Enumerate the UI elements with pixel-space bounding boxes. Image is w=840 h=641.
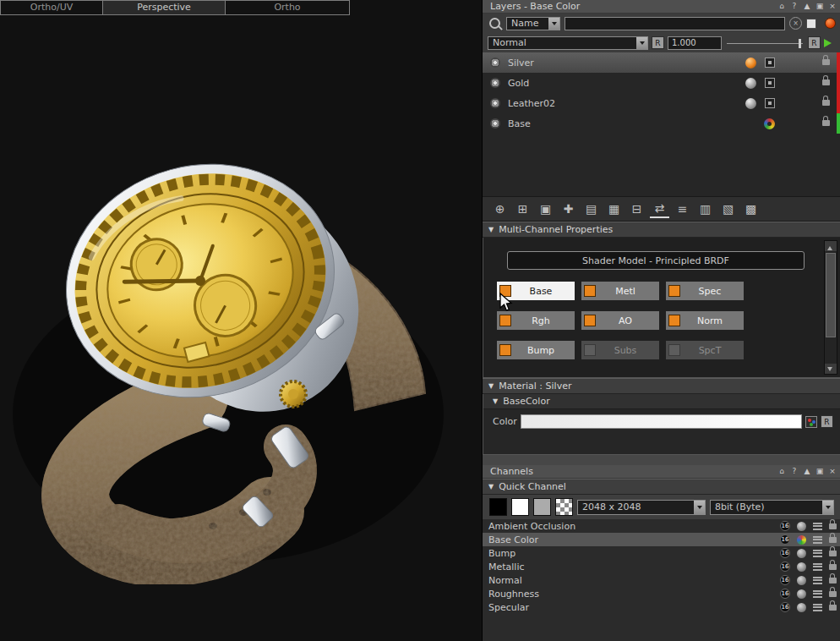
palette-icon[interactable]	[764, 118, 775, 129]
channel-row-roughness[interactable]: Roughness 16	[483, 587, 840, 600]
paint-icon[interactable]	[797, 589, 806, 599]
swatch-transparent[interactable]	[555, 498, 573, 516]
channel-button-norm[interactable]: Norm	[666, 311, 744, 330]
slider-thumb[interactable]	[799, 39, 801, 48]
channel-row-bump[interactable]: Bump 16	[483, 546, 840, 560]
opacity-reset-button[interactable]: R	[808, 36, 821, 49]
lock-icon[interactable]	[822, 120, 830, 126]
swatch-gray[interactable]	[533, 498, 551, 516]
channel-button-ao[interactable]: AO	[581, 311, 659, 330]
add-pass-icon[interactable]: ⊟	[627, 200, 646, 218]
lock-icon[interactable]	[829, 551, 837, 556]
visibility-eye-icon[interactable]	[490, 58, 500, 68]
multichannel-section-header[interactable]: ▼ Multi-Channel Properties	[483, 222, 840, 238]
bake-layer-icon[interactable]: ▦	[604, 200, 624, 218]
grid-view-icon[interactable]: ▩	[741, 200, 761, 218]
lock-icon[interactable]	[829, 523, 837, 529]
color-reset-button[interactable]: R	[821, 415, 833, 428]
scrollbar-vertical[interactable]	[824, 240, 837, 375]
tab-perspective[interactable]: Perspective	[102, 0, 226, 15]
add-layer-icon[interactable]: ⊕	[490, 200, 510, 218]
layer-row-leather02[interactable]: Leather02	[483, 93, 840, 113]
lock-icon[interactable]	[829, 591, 837, 597]
add-layer-folder-icon[interactable]: ⊞	[513, 200, 532, 218]
help-icon[interactable]: ?	[790, 2, 799, 11]
lock-icon[interactable]	[822, 79, 830, 85]
paint-icon[interactable]	[797, 576, 806, 585]
visibility-eye-icon[interactable]	[490, 78, 500, 88]
channel-row-specular[interactable]: Specular 16	[483, 600, 840, 614]
section-collapse-icon[interactable]: ▼	[493, 397, 498, 405]
visibility-eye-icon[interactable]	[490, 98, 500, 108]
swatch-white[interactable]	[511, 498, 529, 516]
layer-options-button[interactable]	[765, 78, 775, 88]
paint-icon[interactable]	[797, 603, 806, 612]
paint-icon[interactable]	[797, 522, 806, 531]
detail-view-icon[interactable]: ▥	[695, 200, 715, 218]
duplicate-layer-icon[interactable]: ▣	[536, 200, 555, 218]
export-layers-icon[interactable]: ▧	[718, 200, 738, 218]
menu-icon[interactable]	[813, 550, 822, 557]
swatch-black[interactable]	[489, 498, 507, 516]
record-button[interactable]	[825, 18, 836, 29]
scroll-down-icon[interactable]	[825, 364, 837, 374]
menu-icon[interactable]	[813, 604, 822, 611]
menu-icon[interactable]	[813, 590, 822, 598]
dock-icon[interactable]: ⌂	[777, 467, 786, 476]
lock-icon[interactable]	[822, 100, 830, 106]
channel-button-subs[interactable]: Subs	[581, 341, 659, 359]
swap-layers-icon[interactable]: ⇄	[650, 200, 669, 218]
basecolor-subheader[interactable]: ▼ BaseColor	[483, 394, 840, 409]
material-sphere-icon[interactable]	[745, 58, 756, 68]
scroll-up-icon[interactable]	[825, 241, 837, 251]
help-icon[interactable]: ?	[790, 467, 799, 476]
resolution-combo[interactable]: 2048 x 2048	[577, 500, 706, 515]
watch-model[interactable]	[0, 0, 482, 641]
channel-button-spct[interactable]: SpcT	[666, 341, 744, 359]
menu-icon[interactable]	[813, 577, 822, 584]
visibility-eye-icon[interactable]	[490, 118, 500, 129]
color-value-bar[interactable]	[521, 414, 802, 429]
float-icon[interactable]: ▣	[815, 2, 824, 11]
lock-icon[interactable]	[829, 578, 837, 583]
lock-icon[interactable]	[829, 564, 837, 570]
color-picker-icon[interactable]	[805, 416, 817, 428]
viewport-3d[interactable]: Ortho/UV Perspective Ortho	[0, 0, 482, 641]
list-view-icon[interactable]: ≡	[673, 200, 692, 218]
channel-button-metl[interactable]: Metl	[581, 282, 659, 300]
paint-icon[interactable]	[797, 535, 806, 545]
quick-channel-header[interactable]: ▼ Quick Channel	[483, 479, 840, 495]
float-icon[interactable]: ▣	[815, 467, 824, 476]
lock-icon[interactable]	[829, 537, 837, 543]
paint-icon[interactable]	[797, 549, 806, 558]
channel-button-spec[interactable]: Spec	[666, 282, 744, 300]
layer-opacity-slider[interactable]	[725, 36, 805, 50]
channel-row-base-color[interactable]: Base Color 16	[483, 533, 840, 546]
search-filter-combo[interactable]: Name	[506, 17, 560, 30]
layer-search-input[interactable]	[565, 17, 785, 30]
blend-mode-combo[interactable]: Normal	[488, 36, 648, 50]
channel-row-ambient-occlusion[interactable]: Ambient Occlusion 16	[483, 519, 840, 533]
dock-icon[interactable]: ⌂	[777, 2, 786, 11]
layer-row-silver[interactable]: Silver	[483, 52, 840, 73]
tab-ortho-uv[interactable]: Ortho/UV	[0, 0, 103, 15]
layer-opacity-field[interactable]: 1.000	[668, 36, 722, 50]
clear-search-icon[interactable]: ×	[789, 17, 802, 30]
channel-button-bump[interactable]: Bump	[497, 341, 575, 359]
close-icon[interactable]: ×	[828, 467, 837, 476]
menu-icon[interactable]	[813, 536, 822, 544]
material-section-header[interactable]: ▼ Material : Silver	[483, 378, 840, 394]
material-sphere-icon[interactable]	[745, 78, 756, 89]
blend-reset-button[interactable]: R	[652, 36, 664, 49]
layer-row-base[interactable]: Base	[483, 113, 840, 134]
stop-button[interactable]	[806, 19, 816, 29]
play-icon[interactable]	[824, 39, 836, 47]
merge-layers-icon[interactable]: ▤	[581, 200, 601, 218]
lock-icon[interactable]	[829, 605, 837, 611]
material-sphere-icon[interactable]	[745, 98, 756, 109]
bit-depth-combo[interactable]: 8bit (Byte)	[710, 500, 834, 515]
tab-ortho[interactable]: Ortho	[225, 0, 350, 15]
channel-row-normal[interactable]: Normal 16	[483, 573, 840, 587]
menu-icon[interactable]	[813, 563, 822, 571]
layer-options-button[interactable]	[765, 98, 775, 108]
